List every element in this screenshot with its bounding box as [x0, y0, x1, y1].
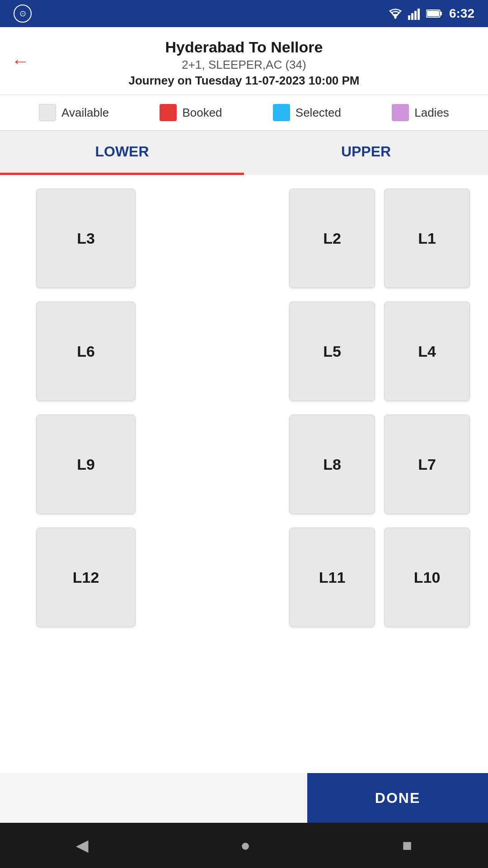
seat-row-1: L3 L2 L1 — [18, 189, 470, 288]
selected-box — [273, 104, 290, 121]
available-box — [39, 104, 56, 121]
status-bar: ⊙ 6:32 — [0, 0, 488, 27]
seat-L4[interactable]: L4 — [384, 302, 470, 401]
svg-rect-3 — [414, 11, 417, 20]
legend-available: Available — [39, 104, 109, 121]
tab-lower[interactable]: LOWER — [0, 131, 244, 175]
seat-double-col-1: L2 L1 — [289, 189, 470, 288]
seat-single-col-4: L12 — [18, 528, 154, 627]
svg-rect-1 — [408, 15, 410, 20]
seat-area: L3 L2 L1 L6 L5 L4 L9 L8 L7 L12 — [0, 175, 488, 773]
wifi-icon — [387, 7, 404, 20]
svg-rect-2 — [411, 13, 413, 20]
nav-recent-icon[interactable]: ■ — [402, 836, 412, 855]
svg-rect-4 — [418, 9, 420, 20]
status-icons — [387, 7, 442, 20]
seat-single-col-1: L3 — [18, 189, 154, 288]
seat-L8[interactable]: L8 — [289, 415, 375, 514]
android-nav-bar: ◀ ● ■ — [0, 823, 488, 868]
booked-label: Booked — [182, 106, 222, 120]
status-bar-right: 6:32 — [387, 6, 474, 21]
seat-row-4: L12 L11 L10 — [18, 528, 470, 627]
nav-home-icon[interactable]: ● — [240, 836, 250, 855]
header: ← Hyderabad To Nellore 2+1, SLEEPER,AC (… — [0, 27, 488, 95]
status-time: 6:32 — [449, 6, 474, 21]
svg-rect-6 — [440, 12, 442, 15]
journey-date: Journey on Tuesday 11-07-2023 10:00 PM — [9, 74, 479, 88]
selected-label: Selected — [296, 106, 341, 120]
seat-L5[interactable]: L5 — [289, 302, 375, 401]
tab-upper[interactable]: UPPER — [244, 131, 488, 175]
ladies-box — [392, 104, 409, 121]
bottom-bar: DONE — [0, 773, 488, 823]
available-label: Available — [61, 106, 109, 120]
seat-row-2: L6 L5 L4 — [18, 302, 470, 401]
seat-L3[interactable]: L3 — [36, 189, 136, 288]
done-button[interactable]: DONE — [307, 773, 488, 823]
svg-rect-7 — [427, 11, 439, 16]
seat-double-col-3: L8 L7 — [289, 415, 470, 514]
status-bar-left: ⊙ — [14, 5, 32, 23]
seat-L1[interactable]: L1 — [384, 189, 470, 288]
signal-icon — [408, 7, 422, 20]
ladies-label: Ladies — [414, 106, 449, 120]
nav-back-icon[interactable]: ◀ — [76, 836, 89, 855]
seat-legend: Available Booked Selected Ladies — [0, 95, 488, 131]
seat-L11[interactable]: L11 — [289, 528, 375, 627]
bus-type: 2+1, SLEEPER,AC (34) — [9, 58, 479, 72]
seat-L2[interactable]: L2 — [289, 189, 375, 288]
legend-selected: Selected — [273, 104, 341, 121]
svg-point-0 — [394, 17, 396, 19]
seat-row-3: L9 L8 L7 — [18, 415, 470, 514]
route-title: Hyderabad To Nellore — [9, 38, 479, 56]
back-button[interactable]: ← — [11, 51, 29, 71]
seat-L12[interactable]: L12 — [36, 528, 136, 627]
seat-L10[interactable]: L10 — [384, 528, 470, 627]
battery-icon — [426, 9, 442, 18]
seat-single-col-2: L6 — [18, 302, 154, 401]
seat-L7[interactable]: L7 — [384, 415, 470, 514]
booked-box — [160, 104, 177, 121]
seat-L9[interactable]: L9 — [36, 415, 136, 514]
legend-booked: Booked — [160, 104, 222, 121]
app-logo-icon: ⊙ — [14, 5, 32, 23]
seat-double-col-2: L5 L4 — [289, 302, 470, 401]
seat-single-col-3: L9 — [18, 415, 154, 514]
deck-tabs: LOWER UPPER — [0, 131, 488, 175]
seat-double-col-4: L11 L10 — [289, 528, 470, 627]
legend-ladies: Ladies — [392, 104, 449, 121]
seat-L6[interactable]: L6 — [36, 302, 136, 401]
